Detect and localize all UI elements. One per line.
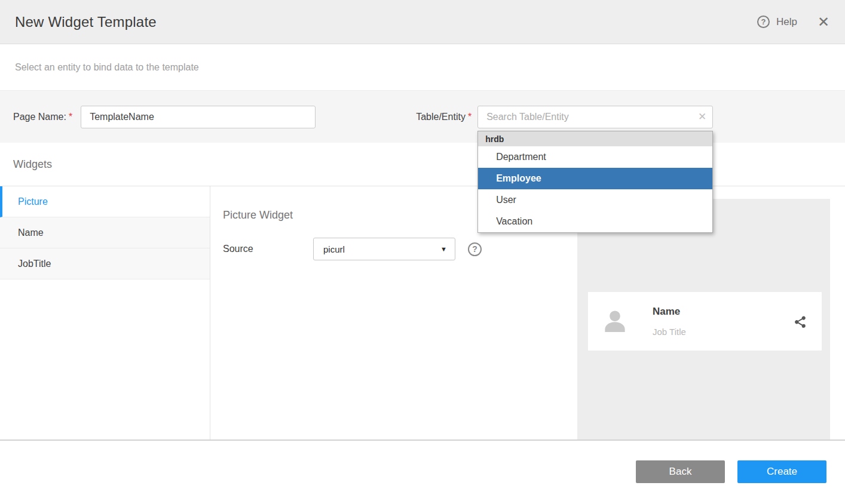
widget-tabs-sidebar: Picture Name JobTitle (0, 186, 210, 440)
create-button[interactable]: Create (737, 460, 826, 483)
help-icon: ? (757, 16, 770, 28)
dropdown-item-department[interactable]: Department (478, 146, 712, 168)
clear-search-icon[interactable]: ✕ (698, 112, 706, 122)
source-select-value: picurl (323, 244, 345, 254)
share-icon (792, 314, 807, 329)
table-entity-required-mark: * (468, 112, 472, 122)
table-entity-search-input[interactable] (477, 106, 713, 128)
dropdown-item-vacation[interactable]: Vacation (478, 211, 712, 232)
tab-jobtitle[interactable]: JobTitle (0, 248, 210, 279)
dropdown-item-user[interactable]: User (478, 189, 712, 211)
person-silhouette-icon (599, 305, 631, 337)
tab-name[interactable]: Name (0, 217, 210, 248)
preview-name: Name (653, 306, 686, 318)
dialog-header: New Widget Template ? Help ✕ (0, 0, 845, 44)
page-title: New Widget Template (15, 14, 157, 30)
close-icon[interactable]: ✕ (818, 15, 829, 29)
back-button[interactable]: Back (636, 460, 725, 483)
source-row: Source picurl ▼ ? (223, 238, 577, 260)
source-label: Source (223, 244, 313, 254)
dropdown-group-header: hrdb (478, 131, 712, 146)
table-entity-label: Table/Entity (416, 112, 466, 122)
widgets-section-title: Widgets (13, 158, 52, 171)
dropdown-item-employee[interactable]: Employee (478, 168, 712, 189)
page-name-input[interactable] (81, 106, 316, 128)
preview-card: Name Job Title (588, 292, 822, 351)
preview-job-title: Job Title (653, 327, 686, 337)
widgets-section-header: Widgets (0, 143, 845, 186)
subtitle-text: Select an entity to bind data to the tem… (15, 62, 199, 73)
source-help-icon[interactable]: ? (468, 242, 482, 256)
entity-form-row: Page Name: * Table/Entity * ✕ hrdb Depar… (0, 90, 845, 143)
help-button[interactable]: ? Help (757, 16, 797, 28)
subtitle-bar: Select an entity to bind data to the tem… (0, 44, 845, 90)
tab-picture[interactable]: Picture (0, 186, 210, 217)
page-name-label: Page Name: (13, 112, 66, 122)
help-label: Help (776, 16, 797, 28)
source-select[interactable]: picurl ▼ (313, 238, 455, 260)
table-entity-label-wrap: Table/Entity * (416, 112, 472, 122)
template-preview-panel: Name Job Title (577, 199, 830, 440)
widgets-panel: Picture Name JobTitle Picture Widget Sou… (0, 186, 845, 441)
table-entity-combobox: ✕ hrdb Department Employee User Vacation (477, 106, 713, 128)
page-name-required-mark: * (69, 112, 72, 122)
dialog-footer: Back Create (0, 441, 845, 502)
header-actions: ? Help ✕ (757, 15, 829, 29)
preview-card-text: Name Job Title (653, 306, 686, 337)
entity-dropdown: hrdb Department Employee User Vacation (477, 131, 713, 233)
chevron-down-icon: ▼ (440, 245, 447, 253)
